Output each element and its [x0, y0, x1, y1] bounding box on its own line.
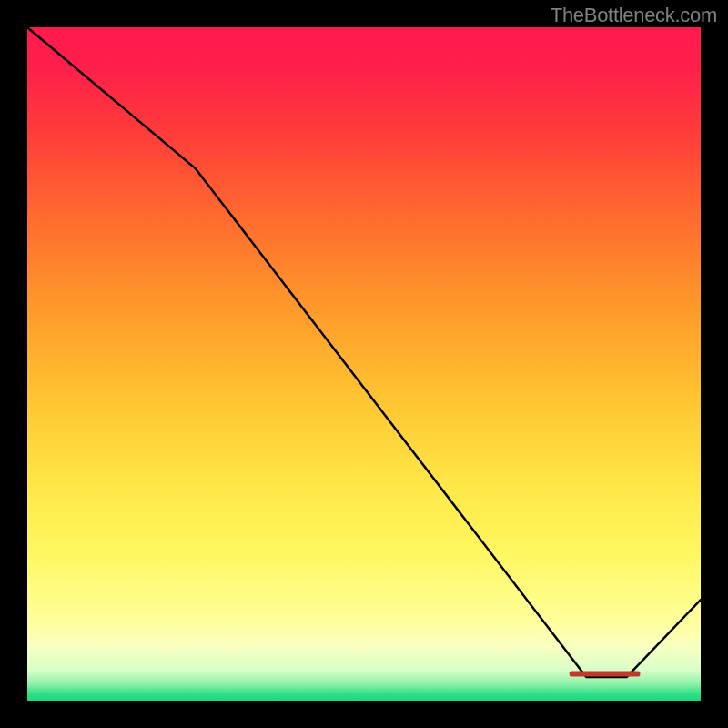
chart-svg: [27, 27, 701, 701]
chart-frame: TheBottleneck.com: [0, 0, 728, 728]
gradient-background: [27, 27, 701, 701]
watermark-text: TheBottleneck.com: [551, 4, 717, 27]
optimal-range-bar: [570, 671, 641, 676]
plot-area: [27, 27, 701, 701]
